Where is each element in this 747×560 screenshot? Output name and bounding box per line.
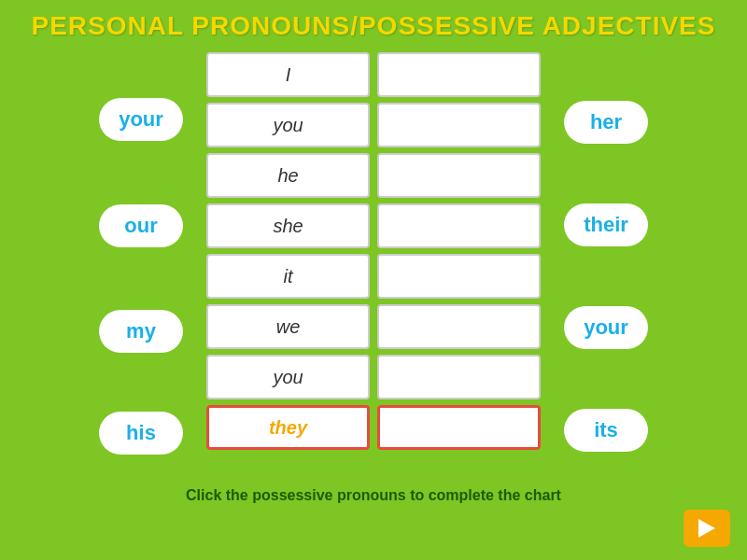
pronoun-I: I xyxy=(206,52,370,97)
left-ovals-column: your our my his xyxy=(85,52,197,482)
possessive-their[interactable] xyxy=(377,405,541,450)
oval-his-left[interactable]: his xyxy=(99,412,183,455)
possessive-column xyxy=(377,52,541,450)
possessive-her[interactable] xyxy=(377,203,541,248)
oval-my-left[interactable]: my xyxy=(99,310,183,353)
possessive-our[interactable] xyxy=(377,304,541,349)
possessive-its[interactable] xyxy=(377,254,541,299)
pronoun-column: I you he she it we you they xyxy=(206,52,370,450)
oval-their-right[interactable]: their xyxy=(564,203,648,246)
pronoun-we: we xyxy=(206,304,370,349)
possessive-my[interactable] xyxy=(377,52,541,97)
center-grid: I you he she it we you they xyxy=(197,52,550,450)
pronoun-you2: you xyxy=(206,355,370,399)
pronoun-it: it xyxy=(206,254,370,299)
footer-text: Click the possessive pronouns to complet… xyxy=(0,487,747,504)
oval-her-right[interactable]: her xyxy=(564,101,648,144)
pronoun-you1: you xyxy=(206,103,370,147)
pronoun-she: she xyxy=(206,203,370,248)
possessive-your[interactable] xyxy=(377,103,541,147)
oval-its-right[interactable]: its xyxy=(564,409,648,452)
page-title: PERSONAL PRONOUNS/POSSESSIVE ADJECTIVES xyxy=(0,0,747,49)
possessive-his[interactable] xyxy=(377,153,541,198)
oval-our-left[interactable]: our xyxy=(99,204,183,247)
oval-your-left[interactable]: your xyxy=(99,98,183,141)
oval-your-right[interactable]: your xyxy=(564,306,648,349)
right-ovals-column: her their your its xyxy=(550,52,662,482)
possessive-your2[interactable] xyxy=(377,355,541,399)
pronoun-he: he xyxy=(206,153,370,198)
play-button[interactable] xyxy=(684,510,730,547)
pronoun-they: they xyxy=(206,405,370,450)
